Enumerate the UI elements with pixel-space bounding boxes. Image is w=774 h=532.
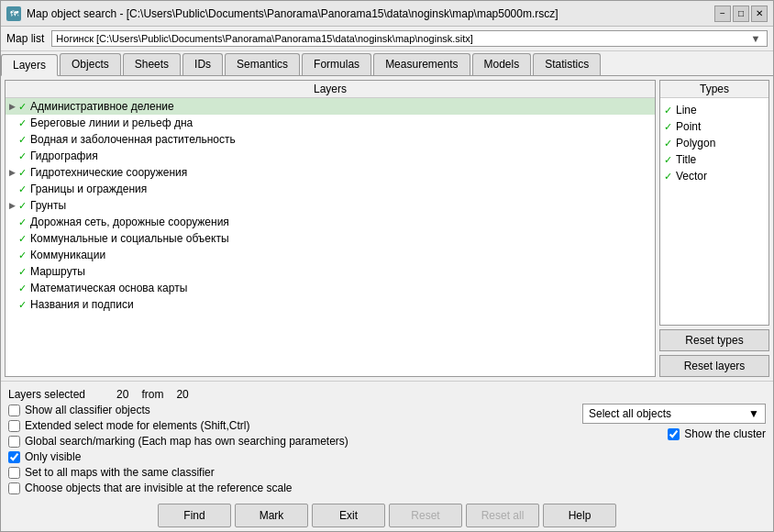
maximize-button[interactable]: □ xyxy=(733,6,749,22)
layer-item[interactable]: ✓Гидрография xyxy=(6,148,655,164)
help-button[interactable]: Help xyxy=(543,504,616,527)
layers-list[interactable]: ▶✓Административное деление✓Береговые лин… xyxy=(6,98,655,376)
tab-sheets[interactable]: Sheets xyxy=(123,53,181,75)
only-visible-label: Only visible xyxy=(25,450,81,463)
type-item[interactable]: ✓Title xyxy=(664,151,765,168)
layers-selected-from: from xyxy=(141,388,163,401)
type-check-icon: ✓ xyxy=(664,171,672,183)
layer-item[interactable]: ▶✓Грунты xyxy=(6,197,655,214)
buttons-row: FindMarkExitResetReset allHelp xyxy=(1,498,773,531)
layers-selected-total: 20 xyxy=(176,388,188,401)
layer-expand-arrow: ▶ xyxy=(9,201,18,210)
reset-types-button[interactable]: Reset types xyxy=(659,329,769,351)
tab-semantics[interactable]: Semantics xyxy=(225,53,300,75)
set-all-maps-checkbox[interactable] xyxy=(8,467,20,479)
tab-measurements[interactable]: Measurements xyxy=(373,53,470,75)
types-header: Types xyxy=(660,81,768,98)
type-check-icon: ✓ xyxy=(664,154,672,166)
layer-name: Грунты xyxy=(30,199,66,212)
layers-selected-label: Layers selected xyxy=(8,388,85,401)
tab-models[interactable]: Models xyxy=(472,53,532,75)
title-bar: 🗺 Map object search - [C:\Users\Public\D… xyxy=(1,1,773,27)
type-item[interactable]: ✓Polygon xyxy=(664,135,765,151)
checkbox-row-set-all-maps: Set to all maps with the same classifier xyxy=(8,466,575,479)
layer-name: Границы и ограждения xyxy=(30,183,147,195)
layers-header: Layers xyxy=(6,81,655,98)
map-list-combo[interactable]: Ногинск [C:\Users\Public\Documents\Panor… xyxy=(51,30,768,47)
layer-item[interactable]: ✓Маршруты xyxy=(6,263,655,280)
tab-ids[interactable]: IDs xyxy=(182,53,223,75)
layer-check-icon: ✓ xyxy=(18,299,27,311)
layer-item[interactable]: ✓Водная и заболоченная растительность xyxy=(6,131,655,148)
layer-item[interactable]: ▶✓Административное деление xyxy=(6,98,655,115)
layer-check-icon: ✓ xyxy=(18,134,27,146)
layers-section: Layers ▶✓Административное деление✓Берего… xyxy=(5,80,656,377)
layer-check-icon: ✓ xyxy=(18,249,27,261)
layer-item[interactable]: ✓Названия и подписи xyxy=(6,296,655,313)
layer-name: Математическая основа карты xyxy=(30,282,187,294)
exit-button[interactable]: Exit xyxy=(312,504,385,527)
checkbox-row-global-search: Global search/marking (Each map has own … xyxy=(8,435,575,448)
layer-name: Названия и подписи xyxy=(30,298,134,311)
types-section: Types ✓Line✓Point✓Polygon✓Title✓Vector R… xyxy=(659,80,769,377)
show-all-checkbox[interactable] xyxy=(8,405,20,416)
tab-statistics[interactable]: Statistics xyxy=(533,53,601,75)
show-cluster-row: Show the cluster xyxy=(668,427,766,440)
type-label: Point xyxy=(676,120,701,133)
tabs-row: LayersObjectsSheetsIDsSemanticsFormulasM… xyxy=(1,51,773,76)
type-item[interactable]: ✓Point xyxy=(664,118,765,135)
layers-selected-count: 20 xyxy=(116,388,128,401)
tab-formulas[interactable]: Formulas xyxy=(302,53,371,75)
select-all-combo[interactable]: Select all objects ▼ xyxy=(582,404,766,424)
type-item[interactable]: ✓Vector xyxy=(664,168,765,184)
layer-check-icon: ✓ xyxy=(18,167,27,179)
layer-item[interactable]: ✓Математическая основа карты xyxy=(6,280,655,296)
layer-check-icon: ✓ xyxy=(18,283,27,294)
global-search-label: Global search/marking (Each map has own … xyxy=(25,435,348,448)
show-cluster-label: Show the cluster xyxy=(684,427,766,440)
checkbox-row-extended-select: Extended select mode for elements (Shift… xyxy=(8,419,575,432)
type-item[interactable]: ✓Line xyxy=(664,102,765,118)
layer-check-icon: ✓ xyxy=(18,216,27,228)
show-cluster-checkbox[interactable] xyxy=(668,428,680,440)
window-title: Map object search - [C:\Users\Public\Doc… xyxy=(27,7,714,20)
layer-check-icon: ✓ xyxy=(18,233,27,245)
type-label: Vector xyxy=(676,170,707,183)
type-label: Title xyxy=(676,153,696,166)
layer-item[interactable]: ✓Коммунальные и социальные объекты xyxy=(6,230,655,247)
layer-name: Водная и заболоченная растительность xyxy=(30,133,236,146)
types-list: ✓Line✓Point✓Polygon✓Title✓Vector xyxy=(660,98,768,188)
minimize-button[interactable]: − xyxy=(714,6,731,22)
select-all-label: Select all objects xyxy=(589,407,748,420)
extended-select-label: Extended select mode for elements (Shift… xyxy=(25,419,249,432)
type-label: Line xyxy=(676,104,697,116)
layer-name: Дорожная сеть, дорожные сооружения xyxy=(30,216,229,228)
layer-name: Маршруты xyxy=(30,265,85,278)
global-search-checkbox[interactable] xyxy=(8,436,20,448)
find-button[interactable]: Find xyxy=(158,504,231,527)
bottom-area: Layers selected 20 from 20 Show all clas… xyxy=(1,381,773,498)
options-left: Show all classifier objectsExtended sele… xyxy=(8,404,575,494)
choose-invisible-label: Choose objects that are invisible at the… xyxy=(25,482,293,494)
layer-check-icon: ✓ xyxy=(18,150,27,162)
layer-check-icon: ✓ xyxy=(18,183,27,195)
layer-item[interactable]: ▶✓Гидротехнические сооружения xyxy=(6,164,655,181)
reset-all-button: Reset all xyxy=(466,504,539,527)
choose-invisible-checkbox[interactable] xyxy=(8,482,20,494)
layer-item[interactable]: ✓Коммуникации xyxy=(6,247,655,263)
tab-layers[interactable]: Layers xyxy=(1,54,58,76)
only-visible-checkbox[interactable] xyxy=(8,451,20,463)
layer-item[interactable]: ✓Береговые линии и рельеф дна xyxy=(6,115,655,131)
close-button[interactable]: ✕ xyxy=(751,6,768,22)
select-all-arrow: ▼ xyxy=(748,407,759,420)
map-list-label: Map list xyxy=(6,32,44,45)
layer-check-icon: ✓ xyxy=(18,101,27,113)
mark-button[interactable]: Mark xyxy=(235,504,308,527)
layer-expand-arrow: ▶ xyxy=(9,102,18,111)
layers-selected-row: Layers selected 20 from 20 xyxy=(8,385,766,404)
extended-select-checkbox[interactable] xyxy=(8,420,20,432)
layer-item[interactable]: ✓Дорожная сеть, дорожные сооружения xyxy=(6,214,655,230)
reset-layers-button[interactable]: Reset layers xyxy=(659,355,769,377)
layer-item[interactable]: ✓Границы и ограждения xyxy=(6,181,655,197)
tab-objects[interactable]: Objects xyxy=(60,53,121,75)
